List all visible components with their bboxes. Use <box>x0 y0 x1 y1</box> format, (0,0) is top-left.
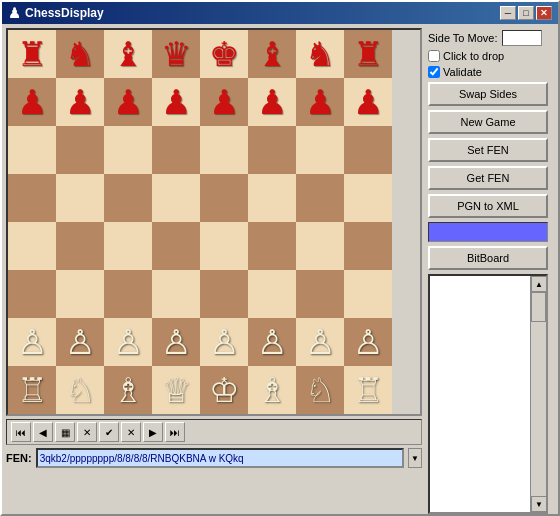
chess-piece: ♟ <box>65 85 95 119</box>
board-cell[interactable] <box>56 126 104 174</box>
board-cell[interactable] <box>344 126 392 174</box>
board-cell[interactable]: ♙ <box>8 318 56 366</box>
board-cell[interactable] <box>344 270 392 318</box>
board-cell[interactable] <box>248 126 296 174</box>
toolbar-first-btn[interactable]: ⏮ <box>11 422 31 442</box>
app-icon: ♟ <box>8 5 21 21</box>
board-cell[interactable] <box>344 174 392 222</box>
board-cell[interactable]: ♝ <box>104 30 152 78</box>
board-cell[interactable] <box>200 222 248 270</box>
board-cell[interactable]: ♟ <box>296 78 344 126</box>
board-cell[interactable] <box>56 174 104 222</box>
board-cell[interactable] <box>8 126 56 174</box>
board-cell[interactable] <box>248 222 296 270</box>
close-button[interactable]: ✕ <box>536 6 552 20</box>
board-cell[interactable] <box>152 126 200 174</box>
new-game-button[interactable]: New Game <box>428 110 548 134</box>
maximize-button[interactable]: □ <box>518 6 534 20</box>
board-cell[interactable] <box>152 174 200 222</box>
board-cell[interactable] <box>248 174 296 222</box>
chess-piece: ♟ <box>305 85 335 119</box>
board-cell[interactable]: ♘ <box>56 366 104 414</box>
board-cell[interactable]: ♙ <box>104 318 152 366</box>
board-cell[interactable] <box>296 222 344 270</box>
board-cell[interactable]: ♟ <box>8 78 56 126</box>
toolbar-board-btn[interactable]: ▦ <box>55 422 75 442</box>
toolbar-check-btn[interactable]: ✔ <box>99 422 119 442</box>
swap-sides-button[interactable]: Swap Sides <box>428 82 548 106</box>
board-cell[interactable] <box>8 270 56 318</box>
toolbar-prev-btn[interactable]: ◀ <box>33 422 53 442</box>
scroll-thumb[interactable] <box>531 292 546 322</box>
board-cell[interactable] <box>200 126 248 174</box>
chess-piece: ♝ <box>257 37 287 71</box>
toolbar-cancel-btn[interactable]: ✕ <box>121 422 141 442</box>
validate-checkbox[interactable] <box>428 66 440 78</box>
get-fen-button[interactable]: Get FEN <box>428 166 548 190</box>
board-cell[interactable]: ♟ <box>104 78 152 126</box>
board-cell[interactable]: ♞ <box>296 30 344 78</box>
board-cell[interactable] <box>104 270 152 318</box>
board-cell[interactable]: ♟ <box>56 78 104 126</box>
scrollable-output-box: ▲ ▼ <box>428 274 548 514</box>
board-cell[interactable] <box>104 222 152 270</box>
bitboard-button[interactable]: BitBoard <box>428 246 548 270</box>
board-cell[interactable]: ♛ <box>152 30 200 78</box>
board-cell[interactable]: ♙ <box>248 318 296 366</box>
board-cell[interactable]: ♔ <box>200 366 248 414</box>
board-cell[interactable]: ♙ <box>344 318 392 366</box>
board-cell[interactable]: ♖ <box>8 366 56 414</box>
board-cell[interactable]: ♖ <box>344 366 392 414</box>
board-cell[interactable]: ♙ <box>56 318 104 366</box>
fen-input[interactable] <box>36 448 404 468</box>
board-cell[interactable] <box>296 270 344 318</box>
board-cell[interactable]: ♚ <box>200 30 248 78</box>
board-cell[interactable]: ♙ <box>200 318 248 366</box>
set-fen-button[interactable]: Set FEN <box>428 138 548 162</box>
board-cell[interactable]: ♙ <box>296 318 344 366</box>
toolbar-last-btn[interactable]: ⏭ <box>165 422 185 442</box>
board-cell[interactable] <box>200 270 248 318</box>
board-cell[interactable] <box>152 222 200 270</box>
board-cell[interactable]: ♝ <box>248 30 296 78</box>
board-cell[interactable]: ♗ <box>248 366 296 414</box>
board-cell[interactable]: ♗ <box>104 366 152 414</box>
board-cell[interactable]: ♟ <box>200 78 248 126</box>
board-cell[interactable]: ♟ <box>152 78 200 126</box>
board-cell[interactable] <box>56 270 104 318</box>
board-cell[interactable]: ♙ <box>152 318 200 366</box>
side-to-move-label: Side To Move: <box>428 32 498 44</box>
toolbar-next-btn[interactable]: ▶ <box>143 422 163 442</box>
fen-dropdown-btn[interactable]: ▼ <box>408 448 422 468</box>
scroll-up-button[interactable]: ▲ <box>531 276 547 292</box>
chess-piece: ♕ <box>161 373 191 407</box>
click-to-drop-checkbox[interactable] <box>428 50 440 62</box>
board-cell[interactable]: ♟ <box>248 78 296 126</box>
board-cell[interactable] <box>248 270 296 318</box>
board-cell[interactable]: ♕ <box>152 366 200 414</box>
board-cell[interactable] <box>296 174 344 222</box>
scroll-down-button[interactable]: ▼ <box>531 496 547 512</box>
board-cell[interactable] <box>8 174 56 222</box>
pgn-to-xml-button[interactable]: PGN to XML <box>428 194 548 218</box>
board-cell[interactable] <box>344 222 392 270</box>
chess-piece: ♞ <box>305 37 335 71</box>
board-cell[interactable]: ♜ <box>344 30 392 78</box>
board-cell[interactable] <box>56 222 104 270</box>
board-cell[interactable]: ♞ <box>56 30 104 78</box>
chess-piece: ♖ <box>17 373 47 407</box>
toolbar-delete-btn[interactable]: ✕ <box>77 422 97 442</box>
board-cell[interactable]: ♟ <box>344 78 392 126</box>
board-cell[interactable] <box>8 222 56 270</box>
board-cell[interactable] <box>104 174 152 222</box>
board-cell[interactable]: ♜ <box>8 30 56 78</box>
progress-bar <box>428 222 548 242</box>
board-cell[interactable] <box>200 174 248 222</box>
board-cell[interactable] <box>296 126 344 174</box>
board-cell[interactable] <box>152 270 200 318</box>
content-area: ♜♞♝♛♚♝♞♜♟♟♟♟♟♟♟♟♙♙♙♙♙♙♙♙♖♘♗♕♔♗♘♖ ⏮ ◀ ▦ ✕… <box>2 24 558 516</box>
chess-board[interactable]: ♜♞♝♛♚♝♞♜♟♟♟♟♟♟♟♟♙♙♙♙♙♙♙♙♖♘♗♕♔♗♘♖ <box>8 30 392 414</box>
minimize-button[interactable]: ─ <box>500 6 516 20</box>
board-cell[interactable]: ♘ <box>296 366 344 414</box>
board-cell[interactable] <box>104 126 152 174</box>
